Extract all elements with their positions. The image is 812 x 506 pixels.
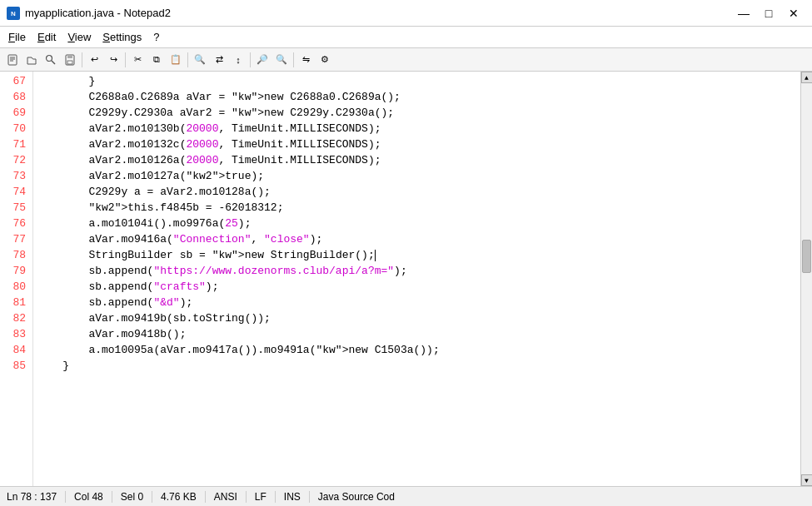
tb-find2[interactable]: 🔍 bbox=[191, 51, 209, 69]
tb-wordwrap[interactable]: ⇋ bbox=[296, 51, 315, 69]
code-line: aVar.mo9418b(); bbox=[37, 326, 797, 342]
status-encoding: ANSI bbox=[206, 491, 247, 503]
status-bar: Ln 78 : 137 Col 48 Sel 0 4.76 KB ANSI LF… bbox=[0, 486, 812, 506]
line-number: 67 bbox=[7, 73, 26, 89]
tb-save[interactable] bbox=[61, 51, 79, 69]
svg-text:N: N bbox=[11, 10, 16, 17]
code-line: sb.append("https://www.dozenorms.club/ap… bbox=[37, 263, 797, 279]
code-line: aVar2.mo10132c(20000, TimeUnit.MILLISECO… bbox=[37, 136, 797, 152]
tb-paste[interactable]: 📋 bbox=[167, 51, 185, 69]
code-line: aVar2.mo10127a("kw2">true); bbox=[37, 168, 797, 184]
code-line: "kw2">this.f4845b = -62018312; bbox=[37, 200, 797, 216]
code-line: aVar2.mo10130b(20000, TimeUnit.MILLISECO… bbox=[37, 121, 797, 136]
svg-line-7 bbox=[52, 61, 55, 64]
menu-view[interactable]: View bbox=[62, 29, 96, 45]
code-line: StringBuilder sb = "kw">new StringBuilde… bbox=[37, 247, 797, 263]
menu-edit[interactable]: Edit bbox=[32, 29, 61, 45]
svg-rect-9 bbox=[67, 55, 72, 58]
scroll-up-arrow[interactable]: ▲ bbox=[801, 72, 813, 83]
line-number: 72 bbox=[7, 152, 26, 168]
title-bar-left: N myapplication.java - Notepad2 bbox=[7, 7, 171, 20]
code-line: C2929y.C2930a aVar2 = "kw">new C2929y.C2… bbox=[37, 105, 797, 121]
title-bar: N myapplication.java - Notepad2 — □ ✕ bbox=[0, 0, 812, 27]
toolbar-separator-1 bbox=[82, 52, 82, 67]
line-number: 74 bbox=[7, 184, 26, 200]
code-line: sb.append("&d"); bbox=[37, 295, 797, 310]
status-size: 4.76 KB bbox=[152, 491, 206, 503]
code-line: aVar2.mo10126a(20000, TimeUnit.MILLISECO… bbox=[37, 152, 797, 168]
line-number: 71 bbox=[7, 136, 26, 152]
line-number: 82 bbox=[7, 310, 26, 326]
scroll-track[interactable] bbox=[801, 83, 812, 474]
tb-redo[interactable]: ↪ bbox=[104, 51, 122, 69]
app-icon: N bbox=[7, 7, 20, 20]
toolbar: ↩ ↪ ✂ ⧉ 📋 🔍 ⇄ ↕ 🔎 🔍 ⇋ ⚙ bbox=[0, 48, 812, 72]
line-number: 69 bbox=[7, 105, 26, 121]
window-controls: — □ ✕ bbox=[732, 3, 805, 23]
toolbar-separator-3 bbox=[187, 52, 188, 67]
line-number: 73 bbox=[7, 168, 26, 184]
tb-cut[interactable]: ✂ bbox=[128, 51, 147, 69]
editor-container: 67686970717273747576777879808182838485 }… bbox=[0, 72, 812, 486]
toolbar-separator-5 bbox=[293, 52, 294, 67]
code-line: C2929y a = aVar2.mo10128a(); bbox=[37, 184, 797, 200]
svg-rect-10 bbox=[67, 61, 72, 64]
line-number: 76 bbox=[7, 216, 26, 231]
code-line: a.mo10104i().mo9976a(25); bbox=[37, 216, 797, 231]
line-number: 81 bbox=[7, 295, 26, 310]
tb-find[interactable] bbox=[42, 51, 60, 69]
status-sel: Sel 0 bbox=[112, 491, 152, 503]
line-number: 85 bbox=[7, 358, 26, 374]
tb-open[interactable] bbox=[22, 51, 41, 69]
menu-file[interactable]: File bbox=[3, 29, 31, 45]
code-line: aVar.mo9416a("Connection", "close"); bbox=[37, 231, 797, 247]
tb-new[interactable] bbox=[3, 51, 22, 69]
tb-undo[interactable]: ↩ bbox=[85, 51, 103, 69]
tb-zoom-out[interactable]: 🔍 bbox=[272, 51, 291, 69]
status-mode: INS bbox=[276, 491, 310, 503]
code-line: } bbox=[37, 73, 797, 89]
status-filetype: Java Source Cod bbox=[310, 491, 403, 503]
close-button[interactable]: ✕ bbox=[782, 3, 805, 23]
code-line: aVar.mo9419b(sb.toString()); bbox=[37, 310, 797, 326]
scroll-down-arrow[interactable]: ▼ bbox=[801, 474, 813, 486]
tb-replace[interactable]: ⇄ bbox=[210, 51, 228, 69]
tb-copy[interactable]: ⧉ bbox=[147, 51, 166, 69]
line-numbers: 67686970717273747576777879808182838485 bbox=[0, 72, 33, 486]
code-line: sb.append("crafts"); bbox=[37, 279, 797, 295]
status-eol: LF bbox=[247, 491, 276, 503]
status-col: Col 48 bbox=[66, 491, 112, 503]
tb-zoom-in[interactable]: 🔎 bbox=[253, 51, 271, 69]
menu-help[interactable]: ? bbox=[148, 29, 164, 45]
code-editor[interactable]: } C2688a0.C2689a aVar = "kw">new C2688a0… bbox=[33, 72, 800, 486]
vertical-scrollbar[interactable]: ▲ ▼ bbox=[800, 72, 812, 486]
svg-point-6 bbox=[47, 55, 52, 61]
scroll-thumb[interactable] bbox=[802, 240, 811, 273]
tb-goto[interactable]: ↕ bbox=[229, 51, 247, 69]
tb-extra[interactable]: ⚙ bbox=[316, 51, 334, 69]
code-line: C2688a0.C2689a aVar = "kw">new C2688a0.C… bbox=[37, 89, 797, 105]
code-line: a.mo10095a(aVar.mo9417a()).mo9491a("kw">… bbox=[37, 342, 797, 358]
line-number: 83 bbox=[7, 326, 26, 342]
line-number: 84 bbox=[7, 342, 26, 358]
toolbar-separator-4 bbox=[250, 52, 251, 67]
menu-settings[interactable]: Settings bbox=[97, 29, 147, 45]
line-number: 80 bbox=[7, 279, 26, 295]
toolbar-separator-2 bbox=[125, 52, 126, 67]
line-number: 78 bbox=[7, 247, 26, 263]
window-title: myapplication.java - Notepad2 bbox=[25, 7, 171, 19]
line-number: 75 bbox=[7, 200, 26, 216]
line-number: 79 bbox=[7, 263, 26, 279]
code-line: } bbox=[37, 358, 797, 374]
line-number: 68 bbox=[7, 89, 26, 105]
svg-rect-2 bbox=[8, 55, 17, 65]
maximize-button[interactable]: □ bbox=[757, 3, 780, 23]
line-number: 70 bbox=[7, 121, 26, 136]
minimize-button[interactable]: — bbox=[732, 3, 755, 23]
status-position: Ln 78 : 137 bbox=[7, 491, 66, 503]
menu-bar: File Edit View Settings ? bbox=[0, 27, 812, 48]
line-number: 77 bbox=[7, 231, 26, 247]
